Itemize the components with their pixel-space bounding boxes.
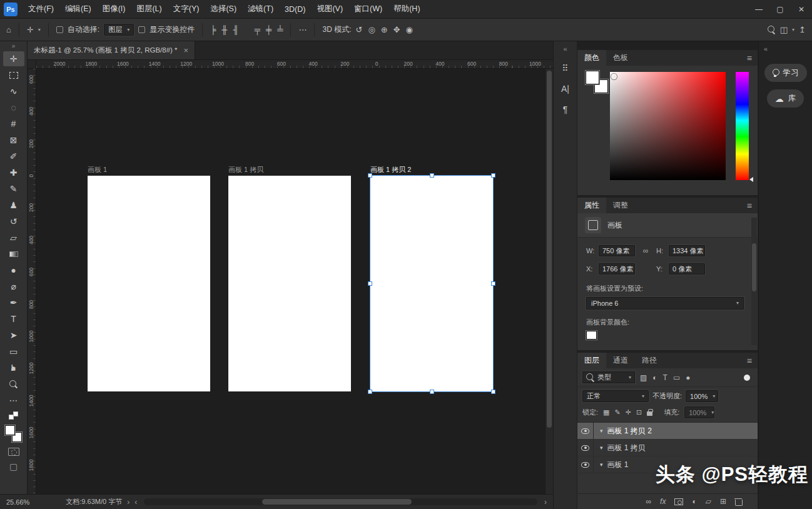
saturation-brightness-field[interactable]: [610, 72, 726, 180]
foreground-color-swatch[interactable]: [586, 71, 599, 84]
hue-slider[interactable]: [736, 72, 749, 180]
blend-mode-select[interactable]: 正常 ▾: [582, 390, 649, 402]
layer-filter-icon-3[interactable]: T: [663, 373, 667, 382]
close-button[interactable]: ✕: [791, 0, 812, 18]
libraries-panel-button[interactable]: ☁ 库: [767, 89, 804, 108]
selection-handle[interactable]: [491, 281, 495, 286]
layers-panel-menu-icon[interactable]: ≡: [747, 356, 758, 366]
scroll-right-icon[interactable]: ›: [544, 498, 547, 506]
artboard[interactable]: 画板 1: [88, 176, 210, 391]
hue-slider-cursor[interactable]: [749, 177, 753, 182]
artboard-label[interactable]: 画板 1 拷贝 2: [370, 165, 411, 174]
blur-tool[interactable]: ●: [3, 263, 24, 278]
filter-toggle[interactable]: [744, 375, 750, 381]
expand-panels-icon[interactable]: «: [563, 45, 567, 53]
visibility-toggle[interactable]: [577, 456, 594, 473]
artboard-label[interactable]: 画板 1 拷贝: [228, 165, 263, 174]
default-colors-icon[interactable]: [9, 411, 18, 420]
expand-chevron-icon[interactable]: ▾: [600, 428, 603, 434]
path-selection-tool[interactable]: ➤: [3, 328, 24, 343]
menu-item[interactable]: 滤镜(T): [242, 0, 279, 18]
tab-adjustments[interactable]: 调整: [606, 198, 635, 213]
fill-input[interactable]: 100% ▾: [684, 406, 714, 418]
auto-select-target-dropdown[interactable]: 图层 ▾: [104, 24, 134, 36]
character-panel-icon[interactable]: A|: [561, 84, 569, 94]
menu-item[interactable]: 选择(S): [205, 0, 242, 18]
foreground-background-swatches[interactable]: [5, 425, 22, 442]
lock-icon-4[interactable]: ⊡: [636, 408, 642, 416]
properties-scrollbar[interactable]: [751, 218, 757, 345]
maximize-button[interactable]: ▢: [769, 0, 791, 18]
type-tool[interactable]: T: [3, 311, 24, 326]
hand-tool[interactable]: ☛: [3, 360, 24, 375]
menu-item[interactable]: 编辑(E): [59, 0, 97, 18]
selection-handle[interactable]: [491, 173, 495, 178]
dodge-tool[interactable]: ⌀: [3, 279, 24, 294]
more-options-icon[interactable]: ⋯: [298, 26, 307, 34]
show-transform-checkbox[interactable]: [138, 26, 145, 33]
foreground-color-swatch[interactable]: [5, 425, 15, 435]
align-icon-2[interactable]: ╫: [221, 26, 227, 34]
eraser-tool[interactable]: ▱: [3, 230, 24, 245]
pen-tool[interactable]: ✒: [3, 295, 24, 310]
artboard[interactable]: 画板 1 拷贝: [228, 176, 351, 391]
brush-tool[interactable]: ✎: [3, 181, 24, 196]
lock-icon-3[interactable]: ✛: [626, 408, 631, 416]
healing-brush-tool[interactable]: ✚: [3, 165, 24, 180]
link-layers-icon[interactable]: ∞: [646, 497, 652, 506]
search-icon[interactable]: [768, 26, 776, 34]
workspace-chevron-icon[interactable]: ▾: [792, 28, 794, 33]
quick-selection-tool[interactable]: ◌: [3, 100, 24, 115]
edit-toolbar-button[interactable]: ⋯: [3, 393, 24, 408]
history-brush-tool[interactable]: ↺: [3, 214, 24, 229]
layer-effects-icon[interactable]: fx: [660, 497, 666, 506]
expand-chevron-icon[interactable]: ▾: [600, 445, 603, 451]
opacity-input[interactable]: 100% ▾: [686, 390, 718, 402]
layer-filter-icon-4[interactable]: ▭: [673, 373, 680, 382]
selection-handle[interactable]: [368, 173, 372, 178]
selection-handle[interactable]: [368, 281, 372, 286]
paragraph-panel-icon[interactable]: ¶: [563, 104, 568, 114]
collapse-dock-icon[interactable]: «: [759, 45, 768, 53]
horizontal-scrollbar-thumb[interactable]: [262, 499, 412, 505]
align-icon-4[interactable]: ╤: [255, 26, 260, 34]
ruler-horizontal[interactable]: 2000180016001400120010008006004002000200…: [36, 60, 553, 69]
selection-handle[interactable]: [491, 390, 495, 394]
properties-scrollbar-thumb[interactable]: [752, 243, 756, 292]
minimize-button[interactable]: —: [748, 0, 769, 18]
threed-mode-icon-5[interactable]: ◉: [406, 26, 413, 34]
lasso-tool[interactable]: ∿: [3, 84, 24, 99]
rectangle-tool[interactable]: ▭: [3, 344, 24, 359]
new-group-icon[interactable]: ▱: [706, 497, 711, 506]
layer-filter-icon-2[interactable]: ◐: [652, 373, 657, 382]
frame-tool[interactable]: ⊠: [3, 133, 24, 148]
color-picker-cursor[interactable]: [611, 74, 617, 79]
workspace-layout-icon[interactable]: ◫: [780, 26, 788, 34]
status-expand-icon[interactable]: ›: [127, 498, 129, 506]
layer-row[interactable]: ▾画板 1 拷贝 2: [577, 423, 758, 440]
menu-item[interactable]: 图像(I): [97, 0, 131, 18]
link-dimensions-icon[interactable]: ∞: [637, 246, 654, 255]
y-input[interactable]: 0 像素: [669, 263, 705, 275]
threed-mode-icon-4[interactable]: ✥: [393, 26, 400, 34]
zoom-level-field[interactable]: 25.66%: [6, 498, 29, 506]
scroll-left-icon[interactable]: ‹: [134, 498, 137, 506]
menu-item[interactable]: 文件(F): [23, 0, 59, 18]
menu-item[interactable]: 图层(L): [131, 0, 167, 18]
move-tool[interactable]: ✛: [3, 51, 24, 66]
align-icon-3[interactable]: ╢: [233, 26, 239, 34]
selection-handle[interactable]: [430, 390, 434, 394]
horizontal-scrollbar[interactable]: [144, 498, 537, 505]
auto-select-checkbox[interactable]: [56, 26, 63, 33]
new-layer-icon[interactable]: ⊞: [720, 497, 726, 506]
artboard[interactable]: 画板 1 拷贝 2: [370, 176, 493, 391]
tab-channels[interactable]: 通道: [606, 353, 635, 368]
visibility-toggle[interactable]: [577, 440, 594, 456]
layer-filter-icon-1[interactable]: ▨: [640, 373, 647, 382]
home-icon[interactable]: ⌂: [6, 26, 11, 34]
color-panel-menu-icon[interactable]: ≡: [747, 53, 758, 63]
threed-mode-icon-1[interactable]: ↺: [355, 26, 362, 34]
artboard-background-color-swatch[interactable]: [586, 331, 597, 340]
align-icon-6[interactable]: ╧: [277, 26, 283, 34]
tab-properties[interactable]: 属性: [577, 198, 606, 213]
